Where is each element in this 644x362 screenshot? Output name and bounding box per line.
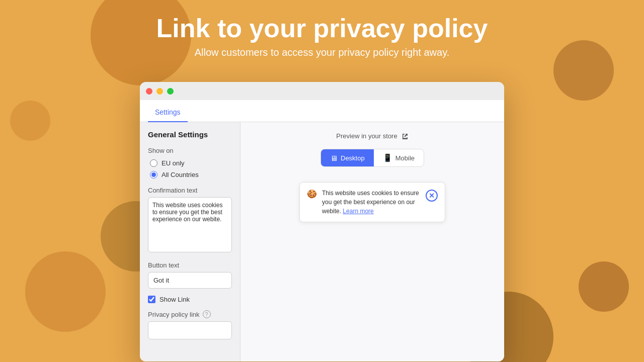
radio-eu-only[interactable]: EU only: [150, 159, 232, 167]
show-link-checkbox[interactable]: [148, 296, 155, 303]
desktop-icon: 🖥: [330, 154, 338, 162]
show-link-row[interactable]: Show Link: [148, 296, 232, 303]
external-link-icon: [401, 133, 409, 140]
cookie-text: This website uses cookies to ensure you …: [322, 189, 421, 216]
help-icon[interactable]: ?: [203, 310, 211, 318]
learn-more-link[interactable]: Learn more: [343, 208, 373, 215]
privacy-policy-link-row: Privacy policy link ?: [148, 310, 232, 318]
radio-eu-label: EU only: [162, 159, 185, 167]
desktop-label: Desktop: [341, 154, 365, 162]
radio-all-countries[interactable]: All Countries: [150, 171, 232, 178]
show-link-label: Show Link: [159, 296, 190, 303]
show-on-label: Show on: [148, 147, 232, 154]
button-text-input[interactable]: [148, 272, 232, 289]
hero-title: Link to your privacy policy: [0, 14, 644, 43]
radio-eu-input[interactable]: [150, 159, 157, 167]
show-on-radio-group: EU only All Countries: [150, 159, 232, 178]
left-panel: General Settings Show on EU only All Cou…: [140, 122, 240, 361]
confirmation-text-input[interactable]: This website uses cookies to ensure you …: [148, 197, 232, 252]
cookie-emoji: 🍪: [307, 189, 317, 199]
hero-subtitle: Allow customers to access your privacy p…: [0, 47, 644, 58]
mobile-icon: 📱: [383, 153, 392, 162]
device-switcher: 🖥 Desktop 📱 Mobile: [320, 149, 424, 167]
window-body: Settings General Settings Show on EU onl…: [140, 100, 504, 361]
decor-circle-4: [579, 261, 629, 312]
panel-title: General Settings: [148, 130, 232, 139]
minimize-button[interactable]: [156, 88, 163, 95]
radio-all-input[interactable]: [150, 171, 157, 178]
window-titlebar: [140, 82, 504, 100]
tabs-bar: Settings: [140, 100, 504, 122]
preview-label: Preview in your store: [336, 132, 397, 140]
button-text-label: Button text: [148, 261, 232, 269]
right-panel: Preview in your store 🖥 Desktop 📱 Mobile: [240, 122, 504, 361]
mobile-button[interactable]: 📱 Mobile: [374, 149, 424, 166]
app-window: Settings General Settings Show on EU onl…: [140, 82, 504, 361]
decor-circle-3: [25, 251, 106, 332]
mobile-label: Mobile: [395, 154, 415, 162]
privacy-policy-link-input[interactable]: [148, 321, 232, 339]
content-area: General Settings Show on EU only All Cou…: [140, 122, 504, 361]
preview-header: Preview in your store: [336, 132, 408, 140]
cookie-banner: 🍪 This website uses cookies to ensure yo…: [299, 182, 445, 222]
desktop-button[interactable]: 🖥 Desktop: [321, 149, 374, 166]
hero-section: Link to your privacy policy Allow custom…: [0, 0, 644, 58]
cookie-close-button[interactable]: ✕: [426, 190, 438, 202]
privacy-policy-link-label: Privacy policy link: [148, 311, 200, 318]
tab-settings[interactable]: Settings: [148, 103, 188, 122]
confirmation-text-label: Confirmation text: [148, 187, 232, 194]
close-button[interactable]: [146, 88, 152, 95]
radio-all-label: All Countries: [162, 171, 199, 178]
decor-circle-6: [10, 101, 50, 141]
maximize-button[interactable]: [167, 88, 174, 95]
